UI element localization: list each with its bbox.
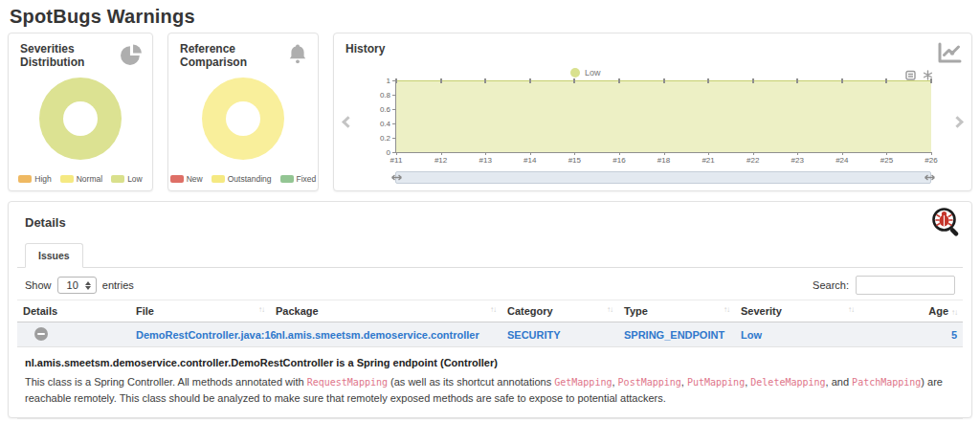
- datazoom-left-handle[interactable]: [390, 172, 403, 183]
- page-title: SpotBugs Warnings: [0, 0, 980, 33]
- legend-swatch: [111, 175, 124, 183]
- data-point-marker: [707, 78, 709, 83]
- data-point-marker: [930, 78, 932, 83]
- age-link[interactable]: 5: [951, 329, 957, 341]
- y-axis-tickmark: [392, 80, 396, 81]
- annotation-code: RequestMapping: [307, 377, 388, 388]
- x-axis-tickmark: [708, 152, 709, 155]
- sort-icon: ↑↓: [607, 305, 612, 314]
- issue-description-heading: nl.amis.smeetsm.demoservice.controller.D…: [25, 357, 955, 368]
- x-axis-tickmark: [886, 152, 887, 155]
- history-card-title: History: [345, 42, 385, 56]
- x-axis-tick-label: #21: [702, 156, 714, 165]
- annotation-code: PutMapping: [687, 377, 745, 388]
- charts-row: Severities Distribution HighNormalLow Re…: [0, 33, 980, 191]
- legend-item-fixed[interactable]: Fixed: [280, 174, 317, 184]
- carousel-previous-button[interactable]: [342, 116, 354, 128]
- x-axis-tick-label: #12: [434, 156, 447, 165]
- column-header-category[interactable]: Category↑↓: [501, 300, 618, 322]
- search-input[interactable]: [856, 276, 955, 295]
- carousel-next-button[interactable]: [951, 116, 964, 128]
- y-axis-tick-label: 0.6: [380, 105, 390, 114]
- data-point-marker: [440, 78, 442, 83]
- type-link[interactable]: SPRING_ENDPOINT: [624, 329, 724, 341]
- data-point-marker: [663, 78, 665, 83]
- datazoom-right-handle[interactable]: [924, 172, 936, 183]
- legend-swatch: [60, 175, 74, 183]
- severities-distribution-card: Severities Distribution HighNormalLow: [8, 33, 153, 191]
- legend-item-low[interactable]: Low: [111, 174, 143, 184]
- sort-icon: ↑↓: [848, 305, 854, 314]
- x-axis-tickmark: [396, 152, 397, 155]
- data-point-marker: [885, 78, 887, 83]
- table-header-row: Details File↑↓ Package↑↓ Category↑↓ Type…: [17, 300, 963, 322]
- legend-label: Fixed: [297, 174, 317, 184]
- sort-icon: ↑↓: [258, 305, 264, 314]
- entries-label: entries: [102, 279, 134, 291]
- column-header-type[interactable]: Type↑↓: [618, 300, 735, 322]
- column-header-age[interactable]: Age↑↓: [859, 300, 963, 322]
- x-axis-tick-label: #13: [479, 156, 491, 165]
- data-point-marker: [529, 78, 531, 83]
- sort-icon: ↑↓: [490, 305, 496, 314]
- legend-label: High: [34, 174, 51, 184]
- tab-issues[interactable]: Issues: [25, 243, 83, 268]
- data-point-marker: [618, 78, 620, 83]
- x-axis-tickmark: [574, 152, 575, 155]
- sort-icon: ↑↓: [724, 305, 729, 314]
- legend-item-high[interactable]: High: [18, 174, 51, 184]
- legend-item-normal[interactable]: Normal: [60, 174, 102, 184]
- history-plot-area: 10.80.60.40.20#11#12#13#14#15#16#18#21#2…: [395, 80, 931, 153]
- severities-donut-chart[interactable]: [39, 78, 122, 160]
- column-header-file[interactable]: File↑↓: [130, 300, 270, 322]
- history-chart: Low 10.80.60.40.20#11#12#13#14#15#16: [334, 62, 971, 190]
- annotation-code: DeleteMapping: [750, 377, 825, 388]
- line-chart-icon: [937, 42, 963, 64]
- column-header-package[interactable]: Package↑↓: [270, 300, 501, 322]
- table-row: DemoRestController.java:16 nl.amis.smeet…: [17, 322, 963, 347]
- y-axis-tickmark: [392, 123, 396, 124]
- x-axis-tickmark: [530, 152, 531, 155]
- history-datazoom-slider[interactable]: [395, 171, 931, 184]
- legend-label: Outstanding: [228, 174, 272, 184]
- legend-swatch: [570, 68, 580, 78]
- file-link[interactable]: DemoRestController.java:16: [136, 329, 277, 341]
- sort-icon: ↑↓: [951, 308, 957, 317]
- package-link[interactable]: nl.amis.smeetsm.demoservice.controller: [276, 329, 479, 341]
- legend-label: Low: [585, 68, 601, 78]
- details-title: Details: [25, 215, 963, 230]
- y-axis-tick-label: 0.2: [380, 134, 390, 143]
- x-axis-tickmark: [753, 152, 754, 155]
- x-axis-tickmark: [797, 152, 798, 155]
- legend-item-outstanding[interactable]: Outstanding: [212, 174, 272, 184]
- issue-description: nl.amis.smeetsm.demoservice.controller.D…: [17, 347, 963, 419]
- table-search: Search:: [813, 276, 955, 295]
- x-axis-tick-label: #25: [880, 156, 893, 165]
- severity-link[interactable]: Low: [741, 329, 762, 341]
- x-axis-tick-label: #24: [835, 156, 848, 165]
- show-label: Show: [25, 279, 52, 291]
- category-link[interactable]: SECURITY: [507, 329, 561, 341]
- collapse-details-button[interactable]: [34, 327, 48, 341]
- y-axis-tickmark: [392, 138, 396, 139]
- y-axis-tick-label: 0.8: [380, 91, 390, 100]
- x-axis-tickmark: [619, 152, 620, 155]
- reference-donut-chart[interactable]: [202, 78, 284, 160]
- page-length-select[interactable]: 10: [57, 277, 97, 294]
- data-point-marker: [484, 78, 486, 83]
- data-point-marker: [573, 78, 575, 83]
- spotbugs-logo-icon: [930, 207, 963, 243]
- severities-legend: HighNormalLow: [9, 174, 152, 184]
- x-axis-tickmark: [664, 152, 665, 155]
- annotation-code: PostMapping: [618, 377, 681, 388]
- legend-swatch: [18, 175, 32, 183]
- reference-card-title: Reference Comparison: [180, 42, 286, 69]
- legend-swatch: [170, 175, 184, 183]
- issues-table: Details File↑↓ Package↑↓ Category↑↓ Type…: [17, 300, 963, 347]
- column-header-details: Details: [17, 300, 130, 322]
- x-axis-tick-label: #16: [612, 156, 625, 165]
- legend-item-new[interactable]: New: [170, 174, 203, 184]
- history-legend-item-low[interactable]: Low: [570, 68, 601, 78]
- column-header-severity[interactable]: Severity↑↓: [735, 300, 859, 322]
- reference-legend: NewOutstandingFixed: [168, 174, 318, 184]
